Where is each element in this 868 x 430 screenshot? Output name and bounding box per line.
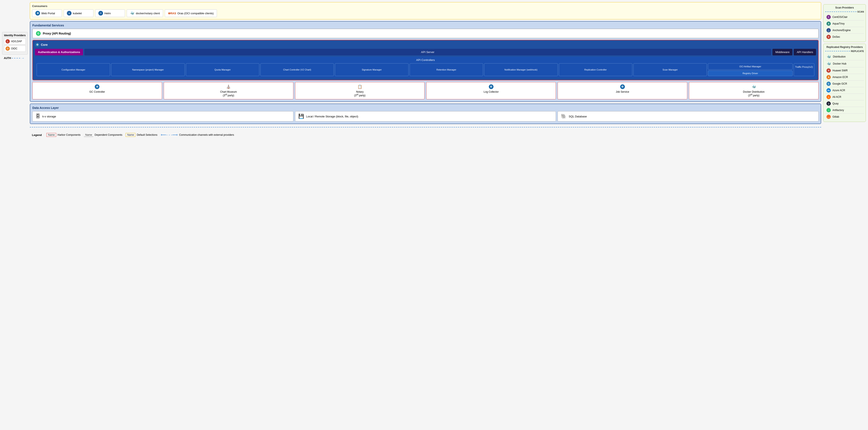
controller-config-manager: Configuration Manager <box>37 63 110 76</box>
identity-item-ldap: L AD/LDAP <box>4 38 26 45</box>
gitlab-label: Gitlab <box>832 115 839 118</box>
services-row: ⚙ GC Controller ⛪ Chart Museum(3rd party… <box>32 82 818 99</box>
controller-namespace-manager: Namespace (project) Manager <box>111 63 185 76</box>
centos-icon: C <box>827 15 831 19</box>
service-gc-controller: ⚙ GC Controller <box>32 82 162 99</box>
amazon-label: Amazon ECR <box>832 76 848 79</box>
notary-label: Notary(3rd party) <box>354 90 366 97</box>
replicate-dashed-line <box>825 51 850 51</box>
oras-label: Oras (OCI compatible clients) <box>177 12 214 15</box>
consumer-web-portal: ⚙ Web Portal <box>32 9 62 17</box>
sql-icon: 🐘 <box>561 114 566 119</box>
auth-label: AUTH <box>4 57 11 60</box>
controllers-outer: API Controllers Configuration Manager Na… <box>35 57 816 78</box>
azure-label: Azure ACR <box>832 89 845 92</box>
kubelet-label: kubelet <box>73 12 82 15</box>
auth-pill: Authentication & Authorizations <box>35 49 83 55</box>
ldap-label: AD/LDAP <box>11 40 22 43</box>
legend-dependent: Name Dependent Components <box>84 133 122 137</box>
huawei-icon: H <box>827 68 831 73</box>
consumer-docker: 🐳 docker/notary client <box>127 9 163 17</box>
scan-providers-title: Scan Providers <box>825 6 864 9</box>
registry-amazon: A Amazon ECR <box>825 74 864 81</box>
identity-item-oidc: O OIDC <box>4 46 26 52</box>
docker-hub-icon: 🐳 <box>827 61 831 66</box>
controller-notification-manager: Notification Manager (webhook) <box>484 63 558 76</box>
oidc-icon: O <box>5 47 10 51</box>
log-collector-label: Log Collector <box>484 90 499 93</box>
replicated-registry-title: Replicated Registry Providers <box>825 46 864 49</box>
docker-distribution-icon: 🐳 <box>751 84 756 89</box>
local-storage-icon: 💾 <box>298 114 304 119</box>
ali-icon: ◇ <box>827 95 831 99</box>
consumers-items: ⚙ Web Portal ✦ kubelet H Helm 🐳 docker/n… <box>32 9 819 17</box>
helm-icon: H <box>98 11 103 16</box>
service-job-service: ⚙ Job Service <box>558 82 687 99</box>
docker-label: docker/notary client <box>136 12 160 15</box>
consumer-oras: ⊕RAS Oras (OCI compatible clients) <box>165 9 217 17</box>
replicated-registry-box: Replicated Registry Providers REPLICATE … <box>823 44 866 122</box>
service-notary: 📋 Notary(3rd party) <box>295 82 425 99</box>
middleware-box: Middleware <box>772 49 793 55</box>
aqua-icon: A <box>827 22 831 26</box>
fundamental-title: Fundamental Services <box>32 24 818 27</box>
registry-gitlab: 🦊 Gitlab <box>825 114 864 120</box>
channel-arrow-icon: ⟵- - -⟶ <box>161 133 178 137</box>
legend-channel: ⟵- - -⟶ Communication channels with exte… <box>161 133 234 137</box>
distribution-label: Distribution <box>833 55 846 58</box>
proxy-label: Proxy (API Routing) <box>43 32 71 35</box>
legend-default-desc: Default Selections <box>137 134 157 136</box>
auth-arrow: AUTH → <box>2 56 28 60</box>
replicate-label: REPLICATE <box>851 50 864 52</box>
controller-chart-controller: Chart Controller (V2 Chart) <box>260 63 334 76</box>
chart-museum-icon: ⛪ <box>226 84 231 89</box>
controller-scan-manager: Scan Manager <box>633 63 707 76</box>
helm-label: Helm <box>104 12 111 15</box>
api-server-box: API Server <box>84 49 771 55</box>
registry-quay: ⟨⟩ Quay <box>825 101 864 107</box>
legend-harbor-label: Name <box>46 133 56 137</box>
dosec-icon: D <box>827 35 831 39</box>
core-box: ⚙ Core Authentication & Authorizations A… <box>32 40 818 80</box>
api-handlers-box: API Handlers <box>794 49 816 55</box>
legend-channel-label: Communication channels with external pro… <box>179 134 234 136</box>
data-row: 🗄 k-v storage 💾 Local / Remote Storage (… <box>32 111 818 121</box>
data-sql-database: 🐘 SQL Database <box>558 111 818 121</box>
service-docker-distribution: 🐳 Docker Distribution(3rd party) <box>689 82 818 99</box>
anchore-label: Anchore/Engine <box>832 29 850 32</box>
main-wrapper: Identity Providers L AD/LDAP O OIDC AUTH… <box>0 0 868 142</box>
legend-dependent-label: Name <box>84 133 93 137</box>
identity-providers-title: Identity Providers <box>4 34 26 37</box>
scan-anchore-engine: ⚓ Anchore/Engine <box>825 27 864 34</box>
centos-label: CentOS/Clair <box>832 16 847 19</box>
auth-arrow-head: → <box>21 56 25 60</box>
sql-label: SQL Database <box>569 115 587 118</box>
oras-icon: ⊕RAS <box>168 12 176 15</box>
legend-default: Name Default Selections <box>126 133 157 137</box>
docker-distribution-label: Docker Distribution(3rd party) <box>743 90 765 97</box>
anchore-icon: ⚓ <box>827 28 831 32</box>
consumers-title: Consumers <box>32 4 819 8</box>
artifactory-icon: ○ <box>827 108 831 112</box>
notary-icon: 📋 <box>358 84 362 89</box>
google-icon: G <box>827 82 831 86</box>
quay-icon: ⟨⟩ <box>827 102 831 106</box>
legend-harbor: Name Harbor Components <box>46 133 81 137</box>
fundamental-services-box: Fundamental Services G Proxy (API Routin… <box>30 21 821 102</box>
consumer-kubelet: ✦ kubelet <box>64 9 93 17</box>
service-log-collector: ⚙ Log Collector <box>426 82 556 99</box>
gc-controller-label: GC Controller <box>89 90 105 93</box>
controller-quota-manager: Quota Manager <box>186 63 259 76</box>
kv-storage-icon: 🗄 <box>36 114 40 119</box>
controller-traffic-proxy: Traffic Proxy(/v2) <box>794 63 814 76</box>
identity-providers-box: Identity Providers L AD/LDAP O OIDC <box>2 32 28 55</box>
registry-ali: ◇ Ali ACR <box>825 94 864 101</box>
consumer-helm: H Helm <box>95 9 125 17</box>
service-chart-museum: ⛪ Chart Museum(3rd party) <box>164 82 293 99</box>
local-storage-label: Local / Remote Storage (block, file, obj… <box>306 115 358 118</box>
dashed-separator <box>30 127 821 127</box>
api-row: Authentication & Authorizations API Serv… <box>35 49 816 55</box>
registry-google: G Google GCR <box>825 81 864 87</box>
data-local-storage: 💾 Local / Remote Storage (block, file, o… <box>295 111 556 121</box>
job-service-label: Job Service <box>616 90 629 93</box>
